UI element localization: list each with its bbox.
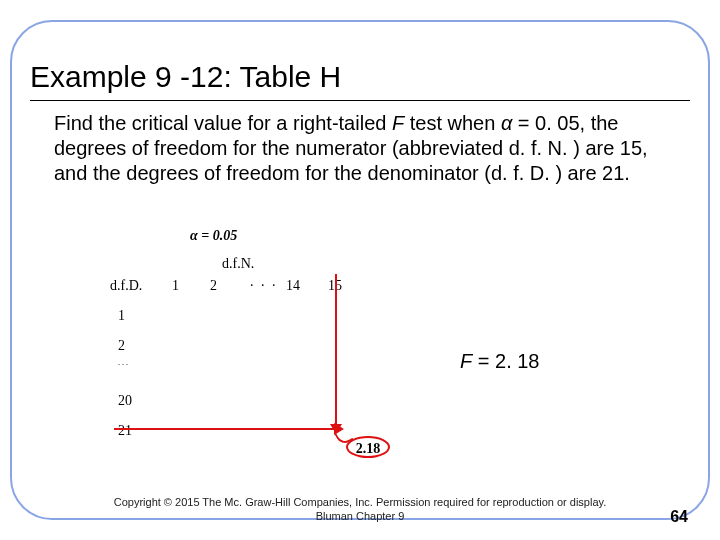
- page-number: 64: [670, 508, 688, 526]
- slide-content: Example 9 -12: Table H Find the critical…: [30, 60, 690, 186]
- fig-alpha-label: α = 0.05: [190, 228, 237, 244]
- text-pre: Find the critical value for a right-tail…: [54, 112, 392, 134]
- f-answer: F = 2. 18: [460, 350, 540, 373]
- slide-title: Example 9 -12: Table H: [30, 60, 690, 101]
- col-head-1: 1: [172, 278, 179, 294]
- dfd-label: d.f.D.: [110, 278, 142, 294]
- answer-eq: = 2. 18: [472, 350, 539, 372]
- col-head-14: 14: [286, 278, 300, 294]
- F-symbol: F: [392, 112, 404, 134]
- dfn-label: d.f.N.: [222, 256, 254, 272]
- row-head-21: 21: [118, 423, 132, 439]
- problem-statement: Find the critical value for a right-tail…: [30, 111, 690, 186]
- row-head-2: 2: [118, 338, 125, 354]
- row-head-20: 20: [118, 393, 132, 409]
- alpha-symbol: α: [501, 112, 512, 134]
- fig-alpha: α = 0.05: [190, 228, 237, 243]
- row-highlight-line: [114, 428, 336, 430]
- column-highlight-line: [335, 274, 337, 428]
- copyright-text: Copyright © 2015 The Mc. Graw-Hill Compa…: [114, 496, 607, 508]
- answer-F: F: [460, 350, 472, 372]
- row-head-1: 1: [118, 308, 125, 324]
- critical-value-oval: 2.18: [346, 436, 390, 458]
- footer: Copyright © 2015 The Mc. Graw-Hill Compa…: [0, 496, 720, 522]
- row-ellipsis: · · ·: [118, 363, 128, 367]
- table-h-figure: α = 0.05 d.f.N. d.f.D. 1 2 · · · 14 15 1…: [110, 228, 450, 458]
- col-head-2: 2: [210, 278, 217, 294]
- text-mid: test when: [404, 112, 501, 134]
- chapter-label: Bluman Chapter 9: [0, 510, 720, 522]
- col-ellipsis: · · ·: [250, 278, 278, 294]
